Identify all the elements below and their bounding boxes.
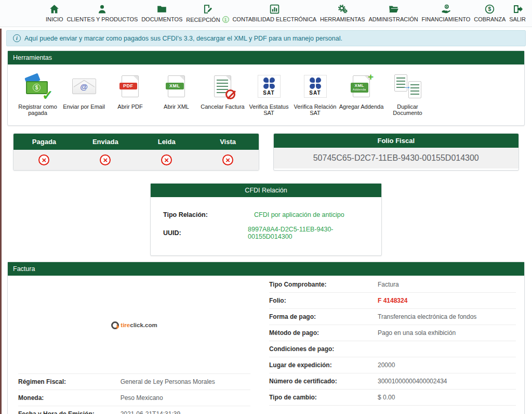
nav-item-label: SALIR	[509, 16, 526, 22]
nav-item-label: ADMINISTRACIÓN	[368, 16, 418, 22]
verify-sat-relation-button[interactable]: SAT Verifica Relación SAT	[292, 73, 338, 116]
cfdi-row-uuid: UUID: 8997A8A4-D2C5-11EB-9430-00155D0143…	[163, 222, 369, 244]
send-email-button[interactable]: @ Enviar por Email	[61, 73, 107, 110]
person-icon	[97, 4, 108, 15]
gears-icon	[337, 4, 348, 15]
field-value: 20000	[378, 361, 395, 369]
cancel-invoice-button[interactable]: Cancelar Factura	[200, 73, 245, 110]
field-label: Lugar de expedición:	[269, 361, 378, 369]
field-label: Tipo Comprobante:	[269, 281, 378, 288]
field-value: $ 0.00	[378, 394, 395, 401]
info-icon: i	[13, 34, 21, 42]
status-row: Pagada Enviada Leida Vista × × × × Folio…	[13, 133, 519, 171]
status-table-header: Pagada Enviada Leida Vista	[14, 134, 259, 150]
folio-fiscal-title: Folio Fiscal	[274, 134, 519, 148]
field-label: Fecha y Hora de Emisión:	[18, 410, 121, 414]
nav-item-label: CLIENTES Y PRODUCTOS	[66, 16, 138, 22]
tools-panel: Herramientas $ ✓ Registrar como pagada @…	[7, 50, 525, 126]
exit-icon	[512, 4, 523, 15]
field-label: Moneda:	[18, 394, 121, 402]
cfdi-row-tipo-relacion: Tipo Relación: CFDI por aplicación de an…	[163, 208, 369, 222]
left-edge-strip	[0, 29, 2, 414]
nav-item-label: INICIO	[46, 16, 63, 22]
nav-item-herramientas[interactable]: HERRAMIENTAS	[320, 4, 365, 22]
cancel-invoice-icon	[214, 73, 231, 100]
bar-chart-icon	[269, 4, 280, 15]
tool-label: Cancelar Factura	[201, 104, 244, 110]
cfdi-relacion-title: CFDI Relación	[151, 184, 381, 197]
toolbar: $ ✓ Registrar como pagada @ Enviar por E…	[8, 64, 524, 125]
factura-row-condiciones-de-pago: Condiciones de pago:	[269, 341, 516, 357]
tool-label: Abrir XML	[164, 104, 189, 110]
xml-document-icon: XML	[168, 73, 185, 100]
field-label: Condiciones de pago:	[269, 345, 378, 353]
status-table-body: × × × ×	[14, 150, 259, 170]
factura-row-regimen-fiscal: Régimen Fiscal: General de Ley Personas …	[18, 374, 250, 390]
duplicate-document-button[interactable]: → Duplicar Documento	[385, 73, 430, 116]
nav-item-recepcion[interactable]: RECEPCIÓN 1	[186, 4, 229, 23]
factura-left-column: tireclick.com Régimen Fiscal: General de…	[8, 277, 266, 414]
sat-logo-icon: SAT	[258, 73, 281, 100]
nav-item-administracion[interactable]: ADMINISTRACIÓN	[368, 4, 418, 22]
factura-row-tipo-comprobante: Tipo Comprobante: Factura	[269, 277, 516, 293]
tool-label: Duplicar Documento	[385, 104, 430, 116]
field-label: UUID:	[163, 229, 248, 237]
nav-item-label: CONTABILIDAD ELECTRÓNICA	[232, 16, 316, 22]
nav-item-financiamiento[interactable]: FINANCIAMIENTO	[422, 4, 471, 22]
nav-item-contabilidad-electronica[interactable]: CONTABILIDAD ELECTRÓNICA	[232, 4, 316, 22]
tireclick-logo: tireclick.com	[111, 321, 157, 329]
open-pdf-button[interactable]: PDF Abrir PDF	[108, 73, 153, 110]
field-value: General de Ley Personas Morales	[121, 378, 215, 385]
status-x-icon-enviada[interactable]: ×	[100, 154, 111, 165]
logo-text: tireclick.com	[121, 322, 157, 328]
tool-label: Abrir PDF	[117, 104, 142, 110]
status-table: Pagada Enviada Leida Vista × × × ×	[13, 133, 259, 171]
factura-row-lugar-de-expedicion: Lugar de expedición: 20000	[269, 357, 516, 373]
nav-item-label: COBRANZA	[474, 16, 506, 22]
cfdi-relacion-body: Tipo Relación: CFDI por aplicación de an…	[151, 197, 381, 255]
nav-item-clientes-y-productos[interactable]: CLIENTES Y PRODUCTOS	[66, 4, 138, 22]
factura-title: Factura	[8, 262, 524, 276]
notification-badge: 1	[222, 16, 229, 23]
status-x-icon-pagada[interactable]: ×	[38, 154, 49, 165]
nav-item-label: RECEPCIÓN 1	[186, 16, 229, 23]
pdf-document-icon: PDF	[122, 73, 139, 100]
hand-coin-icon	[441, 4, 451, 15]
folio-fiscal-panel: Folio Fiscal 50745C65-D2C7-11EB-9430-001…	[273, 133, 520, 171]
field-value: 30001000000400002434	[378, 378, 447, 385]
register-paid-button[interactable]: $ ✓ Registrar como pagada	[15, 73, 60, 116]
svg-text:$: $	[488, 6, 491, 12]
nav-item-label: DOCUMENTOS	[141, 16, 182, 22]
factura-right-column: Tipo Comprobante: Factura Folio: F 41483…	[266, 277, 524, 414]
tools-panel-title: Herramientas	[8, 51, 524, 64]
status-col-enviada: Enviada	[75, 134, 136, 150]
field-value: Peso Mexicano	[121, 394, 163, 402]
status-x-icon-leida[interactable]: ×	[161, 154, 172, 165]
nav-item-documentos[interactable]: DOCUMENTOS	[141, 4, 182, 22]
nav-item-salir[interactable]: SALIR	[509, 4, 526, 22]
nav-item-inicio[interactable]: INICIO	[46, 4, 63, 22]
tool-label: Registrar como pagada	[15, 104, 60, 116]
status-x-icon-vista[interactable]: ×	[222, 154, 233, 165]
verify-sat-status-button[interactable]: SAT Verifica Estatus SAT	[246, 73, 291, 116]
home-icon	[49, 4, 60, 15]
duplicate-document-icon: →	[393, 73, 422, 100]
factura-row-numero-de-certificado: Número de certificado: 30001000000400002…	[269, 373, 516, 390]
document-edit-icon	[202, 4, 213, 15]
tool-label: Verifica Relación SAT	[292, 104, 338, 116]
open-xml-button[interactable]: XML Abrir XML	[154, 73, 199, 110]
company-logo-area: tireclick.com	[18, 277, 250, 374]
field-label: Tipo Relación:	[163, 211, 254, 218]
cfdi-relacion-panel: CFDI Relación Tipo Relación: CFDI por ap…	[150, 183, 382, 256]
factura-row-moneda: Moneda: Peso Mexicano	[18, 390, 250, 406]
xml-addenda-icon: XMLAddenda +	[353, 73, 370, 100]
factura-panel: Factura tireclick.com Régimen Fiscal: Ge…	[7, 262, 525, 414]
add-addenda-button[interactable]: XMLAddenda + Agregar Addenda	[339, 73, 384, 110]
factura-row-folio: Folio: F 4148324	[269, 293, 516, 309]
factura-body: tireclick.com Régimen Fiscal: General de…	[8, 276, 524, 414]
dollar-circle-icon: $	[484, 4, 495, 15]
field-label: Número de certificado:	[269, 378, 378, 385]
tool-label: Enviar por Email	[63, 104, 105, 110]
nav-item-cobranza[interactable]: $ COBRANZA	[474, 4, 506, 22]
tire-icon	[111, 321, 119, 329]
